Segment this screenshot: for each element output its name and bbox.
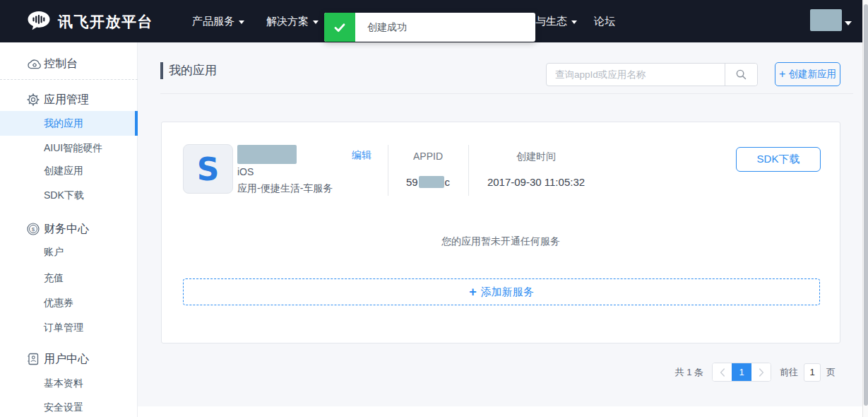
search-button[interactable] bbox=[725, 64, 757, 86]
sidebar-item-recharge[interactable]: 充值 bbox=[0, 269, 138, 288]
plus-icon: + bbox=[469, 286, 477, 298]
sidebar-item-account[interactable]: 账户 bbox=[0, 242, 138, 262]
main-content: 我的应用 + 创建新应用 S 编辑 iOS 应用-便捷生活-车服务 AP bbox=[138, 42, 862, 417]
scrollbar-thumb[interactable] bbox=[864, 4, 868, 406]
chevron-right-icon bbox=[759, 368, 764, 377]
chevron-left-icon bbox=[720, 368, 725, 377]
pagination-total: 共 1 条 bbox=[675, 366, 703, 379]
user-card-icon bbox=[27, 353, 40, 365]
nav-item-products[interactable]: 产品服务 bbox=[192, 0, 244, 42]
sidebar-section-app-management[interactable]: 应用管理 bbox=[0, 90, 138, 109]
sidebar-item-console[interactable]: 控制台 bbox=[0, 55, 138, 72]
page-title: 我的应用 bbox=[169, 62, 217, 79]
toast-message: 创建成功 bbox=[355, 13, 407, 42]
search-icon bbox=[735, 69, 747, 81]
sidebar-item-create-app[interactable]: 创建应用 bbox=[0, 161, 138, 181]
current-page[interactable]: 1 bbox=[732, 363, 751, 381]
sidebar-item-label: SDK下载 bbox=[44, 189, 84, 202]
appid-label: APPID bbox=[388, 151, 468, 162]
pagination: 共 1 条 1 前往 页 bbox=[675, 363, 836, 382]
sidebar-item-label: 创建应用 bbox=[44, 165, 83, 177]
checkmark-icon bbox=[332, 20, 347, 35]
sidebar-item-label: 我的应用 bbox=[44, 117, 83, 130]
logo[interactable]: 讯飞开放平台 bbox=[27, 10, 153, 34]
app-card: S 编辑 iOS 应用-便捷生活-车服务 APPID 59c 创建时间 2017… bbox=[161, 122, 840, 343]
active-indicator bbox=[135, 111, 138, 136]
logo-text: 讯飞开放平台 bbox=[58, 12, 153, 32]
avatar bbox=[810, 9, 842, 31]
bottom-strip bbox=[138, 406, 862, 417]
toast-success-badge bbox=[324, 13, 355, 42]
search-group bbox=[546, 63, 758, 86]
appid-value: 59c bbox=[388, 176, 468, 188]
sidebar: 控制台 应用管理 我的应用 bbox=[0, 42, 138, 417]
sidebar-item-label: 控制台 bbox=[44, 57, 78, 71]
svg-text:$: $ bbox=[32, 226, 35, 233]
sidebar-item-label: 基本资料 bbox=[44, 377, 83, 390]
sidebar-divider bbox=[0, 79, 138, 80]
sidebar-item-coupons[interactable]: 优惠券 bbox=[0, 293, 138, 313]
chevron-down-icon bbox=[845, 21, 852, 25]
sidebar-item-label: 优惠券 bbox=[44, 297, 73, 310]
sidebar-item-label: 账户 bbox=[44, 246, 64, 259]
page-unit-label: 页 bbox=[826, 366, 836, 379]
plus-icon: + bbox=[779, 69, 785, 80]
money-icon: $ bbox=[27, 223, 40, 235]
goto-label: 前往 bbox=[780, 366, 798, 379]
sidebar-item-sdk-download[interactable]: SDK下载 bbox=[0, 186, 138, 206]
chevron-down-icon bbox=[571, 20, 577, 24]
next-page-button[interactable] bbox=[751, 363, 771, 381]
sidebar-item-orders[interactable]: 订单管理 bbox=[0, 318, 138, 338]
created-time-value: 2017-09-30 11:05:32 bbox=[468, 176, 604, 188]
edit-link[interactable]: 编辑 bbox=[352, 149, 371, 162]
iflytek-bubble-icon bbox=[27, 10, 51, 34]
sidebar-section-title: 财务中心 bbox=[44, 222, 89, 237]
app-name-redacted bbox=[237, 145, 297, 164]
gear-icon bbox=[27, 93, 40, 106]
empty-services-text: 您的应用暂未开通任何服务 bbox=[162, 235, 840, 248]
sidebar-item-label: 安全设置 bbox=[44, 401, 83, 414]
app-avatar: S bbox=[183, 144, 233, 194]
chevron-down-icon bbox=[239, 20, 244, 24]
sidebar-item-basic-profile[interactable]: 基本资料 bbox=[0, 374, 138, 394]
goto-page-input[interactable] bbox=[804, 363, 821, 382]
sidebar-section-finance-center[interactable]: $ 财务中心 bbox=[0, 220, 138, 238]
nav-item-forum[interactable]: 论坛 bbox=[594, 0, 615, 42]
sidebar-item-my-apps[interactable]: 我的应用 bbox=[0, 111, 138, 136]
chevron-down-icon bbox=[313, 20, 319, 24]
nav-item-solutions[interactable]: 解决方案 bbox=[266, 0, 319, 42]
scrollbar-track[interactable] bbox=[862, 0, 868, 417]
created-time-label: 创建时间 bbox=[468, 151, 604, 163]
sidebar-section-user-center[interactable]: 用户中心 bbox=[0, 350, 138, 368]
prev-page-button[interactable] bbox=[713, 363, 732, 381]
title-accent-bar bbox=[160, 62, 163, 79]
sidebar-item-label: 充值 bbox=[44, 272, 64, 285]
header-divider bbox=[160, 93, 853, 94]
sidebar-item-aiui-hardware[interactable]: AIUI智能硬件 bbox=[0, 139, 138, 158]
appid-redacted bbox=[419, 176, 444, 188]
sdk-download-button[interactable]: SDK下载 bbox=[736, 147, 821, 172]
sidebar-item-label: AIUI智能硬件 bbox=[44, 142, 102, 155]
sidebar-section-title: 用户中心 bbox=[44, 352, 89, 367]
sidebar-section-title: 应用管理 bbox=[44, 93, 89, 107]
sidebar-item-security-settings[interactable]: 安全设置 bbox=[0, 398, 138, 417]
account-menu[interactable] bbox=[810, 9, 852, 31]
app-platform: iOS bbox=[237, 166, 254, 177]
nav-item-ecosystem[interactable]: 与生态 bbox=[535, 0, 577, 42]
pager: 1 bbox=[712, 363, 771, 382]
app-category: 应用-便捷生活-车服务 bbox=[237, 182, 333, 195]
create-app-button[interactable]: + 创建新应用 bbox=[775, 62, 840, 86]
sidebar-item-label: 订单管理 bbox=[44, 322, 83, 334]
success-toast: 创建成功 bbox=[324, 13, 535, 42]
page: 讯飞开放平台 产品服务 解决方案 与生态 论坛 创建成功 bbox=[0, 0, 868, 417]
search-input[interactable] bbox=[547, 64, 725, 86]
console-cloud-icon bbox=[27, 58, 41, 70]
add-service-button[interactable]: + 添加新服务 bbox=[183, 278, 820, 305]
